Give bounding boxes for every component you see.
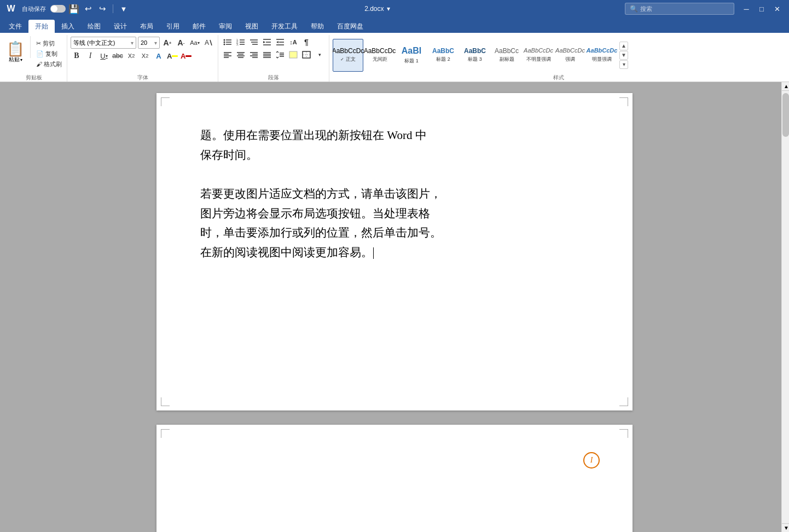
- text-line-1: 题。使用在需要位置出现的新按钮在 Word 中: [200, 126, 589, 146]
- numbering-button[interactable]: 1. 2. 3.: [235, 37, 247, 48]
- style-intense-emphasis-label: 明显强调: [592, 56, 612, 63]
- ribbon-tabs-row: 文件 开始 插入 绘图 设计 布局 引用 邮件 审阅 视图 开发工具 帮助 百度…: [0, 18, 789, 33]
- tab-layout[interactable]: 布局: [134, 20, 160, 33]
- style-heading1[interactable]: AaBI 标题 1: [396, 39, 427, 72]
- paragraph-row2: ▾: [222, 49, 326, 60]
- multilevel-list-button[interactable]: [248, 37, 260, 48]
- font-row2: B I U▾ abc X2 X2 A A A: [71, 50, 214, 61]
- customize-toolbar-button[interactable]: ▼: [118, 3, 130, 15]
- vertical-scrollbar[interactable]: ▲ ▼: [781, 82, 789, 532]
- redo-button[interactable]: ↪: [96, 3, 108, 15]
- borders-chevron[interactable]: ▾: [314, 49, 326, 60]
- styles-gallery-scroll[interactable]: ▲ ▼ ▾: [619, 39, 628, 72]
- paste-button[interactable]: 📋 粘贴 ▾: [3, 36, 27, 69]
- bold-button[interactable]: B: [71, 50, 83, 61]
- tab-mailing[interactable]: 邮件: [186, 20, 212, 33]
- show-marks-button[interactable]: ¶: [300, 37, 312, 48]
- subscript-button[interactable]: X2: [125, 50, 137, 61]
- undo-button[interactable]: ↩: [82, 3, 94, 15]
- ribbon-toolbar: 📋 粘贴 ▾ ✂ 剪切 📄 复制: [0, 33, 789, 82]
- italic-button[interactable]: I: [84, 50, 96, 61]
- borders-button[interactable]: [300, 49, 312, 60]
- autosave-toggle[interactable]: [50, 5, 66, 13]
- align-right-icon: [250, 51, 258, 59]
- svg-rect-42: [289, 51, 297, 58]
- shading-button[interactable]: [287, 49, 299, 60]
- paragraph-label: 段落: [222, 73, 326, 82]
- justify-button[interactable]: [261, 49, 273, 60]
- style-emphasis[interactable]: AaBbCcDc 强调: [555, 39, 585, 72]
- copy-button[interactable]: 📄 复制: [33, 49, 65, 59]
- tab-references[interactable]: 引用: [160, 20, 186, 33]
- text-effects-button[interactable]: A: [153, 50, 165, 61]
- styles-label: 样式: [333, 73, 785, 82]
- tab-draw[interactable]: 绘图: [81, 20, 107, 33]
- style-heading3[interactable]: AaBbC 标题 3: [460, 39, 490, 72]
- grow-font-button[interactable]: A+: [161, 37, 173, 48]
- gallery-more-arrow[interactable]: ▾: [619, 60, 628, 69]
- tab-design[interactable]: 设计: [107, 20, 134, 33]
- page-1-content[interactable]: 题。使用在需要位置出现的新按钮在 Word 中 保存时间。 若要更改图片适应文档…: [200, 126, 589, 263]
- search-bar[interactable]: 🔍 搜索: [625, 3, 734, 15]
- copy-icon: 📄: [36, 50, 44, 57]
- font-family-selector[interactable]: 等线 (中文正文) ▾: [71, 37, 136, 49]
- scroll-down-button[interactable]: ▼: [782, 523, 789, 532]
- restore-button[interactable]: □: [754, 2, 769, 15]
- scroll-up-button[interactable]: ▲: [782, 82, 789, 91]
- tab-developer[interactable]: 开发工具: [265, 20, 304, 33]
- svg-point-2: [224, 39, 225, 41]
- style-normal-label: ✓ 正文: [340, 56, 355, 63]
- tab-baidu[interactable]: 百度网盘: [330, 20, 370, 33]
- title-bar-right: ─ □ ✕: [739, 2, 785, 15]
- bullets-button[interactable]: [222, 37, 234, 48]
- tab-view[interactable]: 视图: [239, 20, 265, 33]
- tab-file[interactable]: 文件: [2, 20, 28, 33]
- font-color-button[interactable]: A: [180, 50, 192, 61]
- close-button[interactable]: ✕: [769, 2, 785, 15]
- style-no-spacing[interactable]: AaBbCcDc 无间距: [364, 39, 395, 72]
- shrink-font-button[interactable]: A-: [175, 37, 187, 48]
- filename-chevron[interactable]: ▾: [387, 5, 390, 13]
- cut-button[interactable]: ✂ 剪切: [33, 38, 65, 48]
- tab-insert[interactable]: 插入: [55, 20, 81, 33]
- align-left-button[interactable]: [222, 49, 234, 60]
- svg-text:3.: 3.: [236, 43, 239, 46]
- style-normal[interactable]: AaBbCcDc ✓ 正文: [333, 39, 363, 72]
- clear-format-button[interactable]: A: [202, 37, 214, 48]
- sort-button[interactable]: ↕A: [287, 37, 299, 48]
- svg-line-1: [210, 40, 212, 45]
- tab-review[interactable]: 审阅: [212, 20, 239, 33]
- increase-indent-button[interactable]: [274, 37, 286, 48]
- numbering-icon: 1. 2. 3.: [236, 38, 245, 46]
- decrease-indent-button[interactable]: [261, 37, 273, 48]
- font-family-chevron: ▾: [131, 40, 134, 46]
- save-button[interactable]: 💾: [68, 3, 80, 15]
- gallery-down-arrow[interactable]: ▼: [619, 51, 628, 60]
- line-spacing-button[interactable]: [274, 49, 286, 60]
- tab-home[interactable]: 开始: [28, 20, 55, 33]
- align-center-button[interactable]: [235, 49, 247, 60]
- strikethrough-button[interactable]: abc: [112, 50, 124, 61]
- change-case-button[interactable]: Aa▾: [189, 37, 201, 48]
- align-right-button[interactable]: [248, 49, 260, 60]
- style-subtitle[interactable]: AaBbCc 副标题: [491, 39, 522, 72]
- format-painter-button[interactable]: 🖌 格式刷: [33, 59, 65, 69]
- format-painter-icon: 🖌: [36, 61, 42, 67]
- clipboard-label: 剪贴板: [3, 73, 65, 82]
- underline-button[interactable]: U▾: [98, 50, 110, 61]
- style-subtle-emphasis[interactable]: AaBbCcDc 不明显强调: [523, 39, 554, 72]
- gallery-up-arrow[interactable]: ▲: [619, 42, 628, 50]
- tab-help[interactable]: 帮助: [304, 20, 330, 33]
- page-corner-tl: [161, 97, 170, 106]
- font-size-selector[interactable]: 20 ▾: [138, 37, 160, 49]
- minimize-button[interactable]: ─: [739, 2, 754, 15]
- highlight-color-button[interactable]: A: [166, 50, 178, 61]
- style-heading2[interactable]: AaBbC 标题 2: [428, 39, 459, 72]
- font-label: 字体: [71, 73, 214, 82]
- svg-point-4: [224, 42, 225, 43]
- superscript-button[interactable]: X2: [139, 50, 151, 61]
- scrollbar-thumb[interactable]: [782, 93, 789, 137]
- text-line-7: 在新的阅读视图中阅读更加容易。: [200, 243, 589, 263]
- style-intense-emphasis[interactable]: AaBbCcDc 明显强调: [587, 39, 617, 72]
- title-bar-center: 2.docx ▾: [130, 5, 625, 13]
